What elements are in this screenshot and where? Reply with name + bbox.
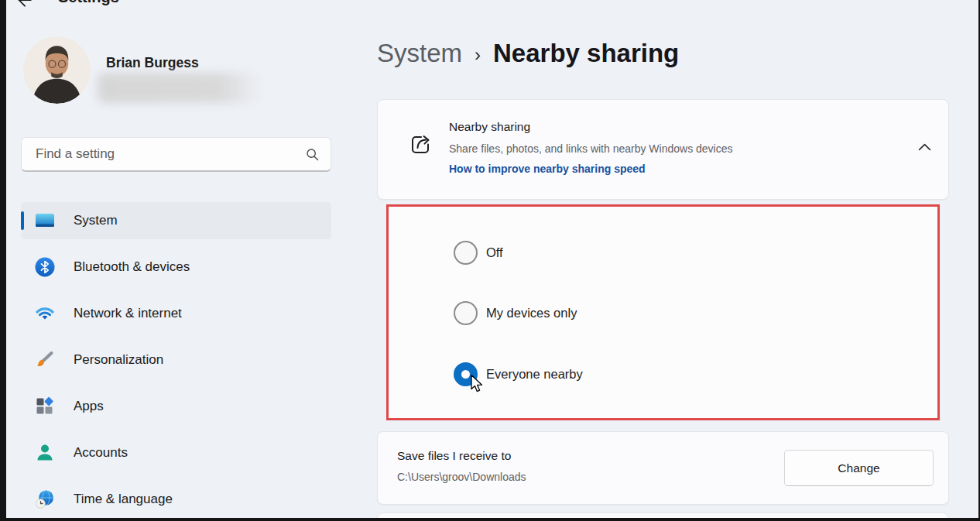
sidebar-item-time-language[interactable]: Time & language (21, 481, 331, 518)
improve-speed-link[interactable]: How to improve nearby sharing speed (449, 163, 646, 175)
mouse-cursor (468, 374, 486, 394)
radio-label: Everyone nearby (486, 367, 583, 382)
nearby-sharing-card[interactable]: Nearby sharing Share files, photos, and … (377, 99, 949, 200)
sidebar-item-label: Time & language (74, 492, 173, 507)
avatar-image (23, 36, 91, 104)
sidebar-item-label: Bluetooth & devices (74, 259, 190, 275)
search-input[interactable] (36, 146, 305, 162)
apps-icon (35, 396, 55, 416)
app-title: Settings (58, 0, 119, 6)
profile-email-redacted (98, 73, 262, 103)
search-icon[interactable] (305, 147, 320, 162)
back-button[interactable] (15, 0, 33, 9)
system-icon (35, 211, 55, 231)
save-files-label: Save files I receive to (397, 449, 511, 463)
nearby-sharing-description: Share files, photos, and links with near… (449, 142, 733, 155)
sidebar-item-apps[interactable]: Apps (21, 388, 331, 425)
sidebar-item-label: Network & internet (74, 306, 182, 321)
time-language-icon (35, 489, 55, 509)
sidebar-item-label: Apps (74, 399, 104, 414)
wifi-icon (35, 303, 55, 324)
sidebar-item-bluetooth-devices[interactable]: Bluetooth & devices (21, 249, 331, 286)
back-arrow-icon (15, 0, 33, 9)
sidebar-nav: System Bluetooth & devices (21, 202, 331, 518)
page-title: Nearby sharing (493, 39, 679, 68)
chevron-up-icon[interactable] (918, 142, 931, 152)
radio-option-my-devices-only[interactable]: My devices only (454, 301, 577, 325)
bluetooth-icon (35, 257, 55, 277)
screenshot-frame: Settings Brian Burgess (0, 0, 980, 521)
save-files-card: Save files I receive to C:\Users\groov\D… (377, 431, 949, 505)
profile-name: Brian Burgess (106, 55, 199, 71)
radio-option-off[interactable]: Off (454, 241, 503, 265)
sidebar-item-label: Accounts (74, 445, 128, 461)
sidebar-item-label: Personalization (74, 352, 163, 368)
radio-label: My devices only (486, 306, 577, 320)
breadcrumb: System › Nearby sharing (377, 39, 679, 68)
save-files-path: C:\Users\groov\Downloads (397, 471, 526, 483)
sidebar-item-accounts[interactable]: Accounts (21, 434, 331, 471)
radio-icon[interactable] (454, 241, 478, 265)
accounts-icon (35, 443, 55, 463)
radio-label: Off (486, 245, 503, 260)
breadcrumb-separator-icon: › (475, 44, 481, 66)
avatar[interactable] (23, 36, 91, 104)
sidebar-item-system[interactable]: System (21, 202, 331, 239)
sidebar-item-label: System (74, 213, 118, 228)
paintbrush-icon (35, 350, 55, 370)
sidebar-item-network-internet[interactable]: Network & internet (21, 295, 331, 332)
change-button[interactable]: Change (784, 450, 934, 486)
selection-accent-bar (21, 211, 24, 230)
next-card-partial (377, 512, 949, 518)
nearby-share-icon (406, 131, 434, 159)
search-box[interactable] (21, 137, 331, 172)
sidebar-item-personalization[interactable]: Personalization (21, 341, 331, 379)
breadcrumb-system[interactable]: System (377, 39, 462, 68)
nearby-sharing-title: Nearby sharing (449, 120, 530, 134)
radio-icon[interactable] (454, 301, 478, 325)
settings-window: Settings Brian Burgess (6, 0, 978, 518)
